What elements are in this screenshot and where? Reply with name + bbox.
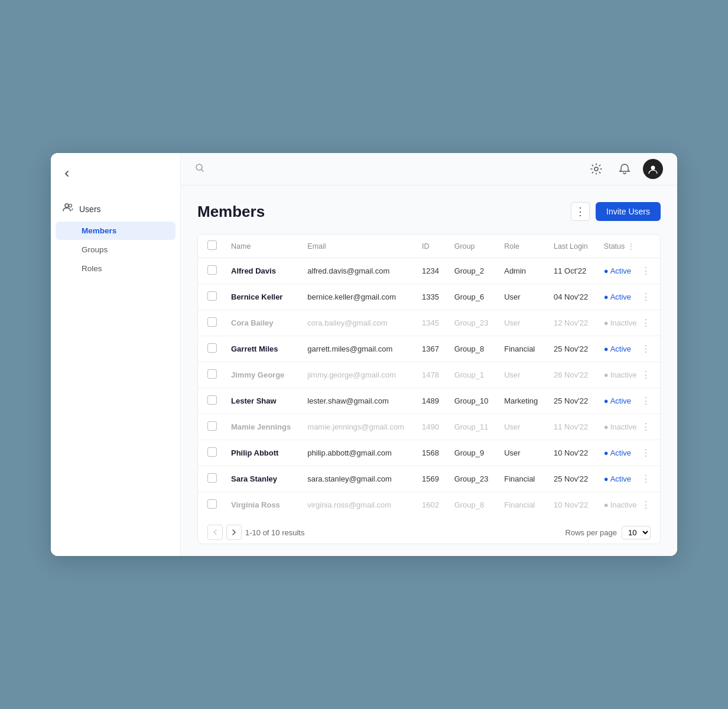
- settings-button[interactable]: [586, 159, 606, 179]
- avatar-button[interactable]: [643, 159, 663, 179]
- row-checkbox-cell: [198, 310, 224, 336]
- sidebar-item-members[interactable]: Members: [56, 222, 176, 240]
- row-more-button[interactable]: ⋮: [639, 342, 653, 356]
- status-col-more-icon[interactable]: ⋮: [627, 242, 635, 251]
- row-name: Mamie Jennings: [224, 414, 300, 440]
- rows-per-page-label: Rows per page: [566, 528, 617, 537]
- more-options-button[interactable]: ⋮: [571, 202, 590, 221]
- notifications-button[interactable]: [615, 159, 635, 179]
- sidebar-members-label: Members: [82, 226, 116, 235]
- status-badge: ●Inactive: [604, 318, 637, 327]
- row-last-login: 25 Nov'22: [547, 388, 597, 414]
- row-role: User: [497, 310, 547, 336]
- col-checkbox: [198, 235, 224, 258]
- topbar: [181, 153, 677, 186]
- row-role: User: [497, 414, 547, 440]
- row-status: ●Inactive ⋮: [597, 310, 660, 336]
- row-group: Group_10: [447, 388, 498, 414]
- row-email: garrett.miles@gmail.com: [300, 336, 415, 362]
- row-more-button[interactable]: ⋮: [639, 264, 653, 278]
- row-group: Group_6: [447, 284, 498, 310]
- table-row: Garrett Miles garrett.miles@gmail.com 13…: [198, 336, 660, 362]
- row-checkbox[interactable]: [207, 473, 217, 483]
- row-checkbox[interactable]: [207, 421, 217, 431]
- col-role[interactable]: Role: [497, 235, 547, 258]
- row-checkbox[interactable]: [207, 291, 217, 301]
- row-more-button[interactable]: ⋮: [639, 316, 653, 330]
- row-role: User: [497, 362, 547, 388]
- row-name: Garrett Miles: [224, 336, 300, 362]
- col-id[interactable]: ID: [415, 235, 447, 258]
- row-checkbox[interactable]: [207, 343, 217, 353]
- table-header-row: Name Email ID Group Role Last Login Stat…: [198, 235, 660, 258]
- row-name: Sara Stanley: [224, 466, 300, 492]
- invite-users-button[interactable]: Invite Users: [596, 202, 661, 221]
- table-row: Lester Shaw lester.shaw@gmail.com 1489 G…: [198, 388, 660, 414]
- sidebar-collapse-btn[interactable]: [58, 165, 76, 183]
- svg-point-4: [651, 166, 655, 170]
- row-more-button[interactable]: ⋮: [639, 290, 653, 304]
- sidebar-item-groups[interactable]: Groups: [56, 240, 176, 259]
- row-name: Jimmy George: [224, 362, 300, 388]
- row-checkbox[interactable]: [207, 447, 217, 457]
- row-email: alfred.davis@gmail.com: [300, 258, 415, 284]
- row-status: ●Active ⋮: [597, 440, 660, 466]
- row-checkbox[interactable]: [207, 317, 217, 327]
- col-group[interactable]: Group: [447, 235, 498, 258]
- main-content: Members ⋮ Invite Users Name: [181, 153, 677, 556]
- row-more-button[interactable]: ⋮: [639, 368, 653, 382]
- row-more-button[interactable]: ⋮: [639, 472, 653, 486]
- row-uid: 1489: [415, 388, 447, 414]
- row-checkbox[interactable]: [207, 395, 217, 405]
- select-all-checkbox[interactable]: [207, 240, 217, 250]
- next-page-button[interactable]: [226, 525, 242, 540]
- row-last-login: 25 Nov'22: [547, 466, 597, 492]
- row-uid: 1335: [415, 284, 447, 310]
- col-email[interactable]: Email: [300, 235, 415, 258]
- row-checkbox[interactable]: [207, 369, 217, 379]
- row-checkbox-cell: [198, 362, 224, 388]
- svg-point-1: [69, 204, 72, 207]
- row-checkbox[interactable]: [207, 499, 217, 509]
- app-window: Users Members Groups Roles: [51, 153, 677, 556]
- sidebar-item-roles[interactable]: Roles: [56, 259, 176, 278]
- row-status: ●Active ⋮: [597, 336, 660, 362]
- row-uid: 1602: [415, 492, 447, 518]
- pagination-range: 1-10 of 10 results: [245, 528, 304, 537]
- row-email: lester.shaw@gmail.com: [300, 388, 415, 414]
- sidebar-roles-label: Roles: [82, 264, 102, 273]
- row-last-login: 10 Nov'22: [547, 492, 597, 518]
- col-name[interactable]: Name: [224, 235, 300, 258]
- table-row: Bernice Keller bernice.keller@gmail.com …: [198, 284, 660, 310]
- row-checkbox-cell: [198, 258, 224, 284]
- prev-page-button[interactable]: [207, 525, 223, 540]
- row-more-button[interactable]: ⋮: [639, 394, 653, 408]
- row-email: sara.stanley@gmail.com: [300, 466, 415, 492]
- row-role: Admin: [497, 258, 547, 284]
- row-group: Group_9: [447, 440, 498, 466]
- row-uid: 1490: [415, 414, 447, 440]
- row-email: mamie.jennings@gmail.com: [300, 414, 415, 440]
- col-last-login[interactable]: Last Login: [547, 235, 597, 258]
- row-uid: 1569: [415, 466, 447, 492]
- row-checkbox[interactable]: [207, 265, 217, 275]
- row-more-button[interactable]: ⋮: [639, 446, 653, 460]
- table-row: Cora Bailey cora.bailey@gmail.com 1345 G…: [198, 310, 660, 336]
- status-badge: ●Inactive: [604, 370, 637, 379]
- row-last-login: 10 Nov'22: [547, 440, 597, 466]
- row-more-button[interactable]: ⋮: [639, 498, 653, 512]
- content-header: Members ⋮ Invite Users: [197, 202, 661, 221]
- sidebar: Users Members Groups Roles: [51, 153, 181, 556]
- topbar-icons: [586, 159, 663, 179]
- sidebar-item-users[interactable]: Users: [51, 197, 180, 221]
- col-status[interactable]: Status ⋮: [597, 235, 660, 258]
- row-more-button[interactable]: ⋮: [639, 420, 653, 434]
- row-uid: 1367: [415, 336, 447, 362]
- row-group: Group_23: [447, 310, 498, 336]
- row-role: User: [497, 284, 547, 310]
- rows-per-page-select[interactable]: 10 20 50: [622, 526, 651, 539]
- row-uid: 1568: [415, 440, 447, 466]
- status-badge: ●Active: [604, 344, 631, 353]
- row-status: ●Active ⋮: [597, 258, 660, 284]
- row-name: Philip Abbott: [224, 440, 300, 466]
